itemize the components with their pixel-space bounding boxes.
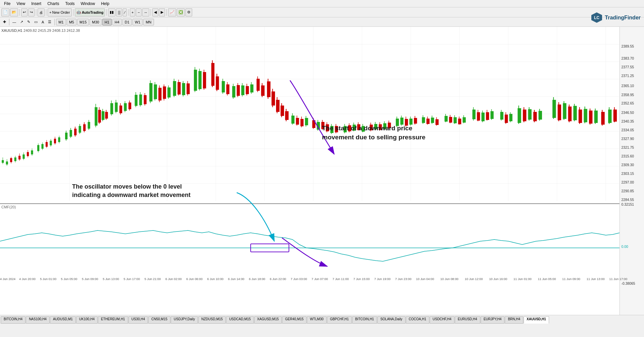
svg-rect-85 — [135, 95, 138, 106]
menu-view[interactable]: View — [14, 1, 28, 7]
svg-text:2352.65: 2352.65 — [622, 102, 634, 105]
tab-usdjpy-daily[interactable]: USDJPY,Daily — [171, 316, 198, 324]
tf-m15[interactable]: M15 — [77, 19, 89, 25]
tf-d1[interactable]: D1 — [122, 19, 132, 25]
draw-tool[interactable]: ✎ — [25, 18, 32, 26]
open-btn[interactable]: 📂 — [10, 8, 18, 16]
line-chart-btn[interactable]: ∕ — [123, 8, 127, 16]
svg-rect-255 — [589, 111, 592, 124]
tf-h4[interactable]: H4 — [112, 19, 122, 25]
tab-bitcoin-h1[interactable]: BITCOIN,H1 — [352, 316, 377, 324]
sep5 — [106, 9, 107, 16]
svg-rect-139 — [272, 91, 275, 106]
candle-btn[interactable]: ▒ — [116, 8, 122, 16]
svg-rect-81 — [124, 103, 126, 111]
svg-text:7 Jun 11:00: 7 Jun 11:00 — [332, 277, 349, 281]
svg-rect-259 — [601, 112, 604, 125]
fib-tool[interactable]: ☰ — [46, 18, 53, 26]
tab-uk100-h4[interactable]: UK100,H4 — [76, 316, 98, 324]
tab-xagusd-m15[interactable]: XAGUSD,M15 — [254, 316, 282, 324]
svg-text:2321.75: 2321.75 — [622, 146, 634, 149]
tab-ethereum-h1[interactable]: ETHEREUM,H1 — [98, 316, 128, 324]
print-btn[interactable]: 🖨 — [38, 8, 45, 16]
menu-insert[interactable]: Insert — [29, 1, 44, 7]
ray-tool[interactable]: ↗ — [18, 18, 25, 26]
redo-btn[interactable]: ↪ — [28, 8, 35, 16]
svg-rect-103 — [177, 82, 180, 94]
bar-chart-btn[interactable]: ▮▮ — [108, 8, 115, 16]
svg-rect-95 — [158, 88, 161, 100]
new-order-btn[interactable]: + New Order — [48, 8, 72, 16]
tab-nas100-h4[interactable]: NAS100,H4 — [26, 316, 50, 324]
tab-xauusd-h1[interactable]: XAUUSD,H1 — [524, 316, 549, 324]
tab-wtlm30[interactable]: WTLM30 — [307, 316, 327, 324]
tf-m5[interactable]: M5 — [67, 19, 76, 25]
menu-window[interactable]: Window — [78, 1, 98, 7]
tab-bitcoin-h4[interactable]: BITCOIN,H4 — [1, 316, 25, 324]
tab-usdcad-m15[interactable]: USDCAD,M15 — [226, 316, 254, 324]
tab-us30-h4[interactable]: US30,H4 — [128, 316, 148, 324]
rect-tool[interactable]: ▭ — [33, 18, 39, 26]
svg-text:4 Jun 20:00: 4 Jun 20:00 — [19, 277, 36, 281]
svg-rect-135 — [261, 85, 264, 96]
settings-btn[interactable]: ⚙ — [185, 8, 192, 16]
svg-text:6 Jun 06:00: 6 Jun 06:00 — [186, 277, 203, 281]
zoom-out-btn[interactable]: − — [136, 8, 141, 16]
scroll-right-btn[interactable]: ▶ — [159, 8, 165, 16]
svg-rect-67 — [95, 107, 97, 126]
svg-text:2290.85: 2290.85 — [622, 189, 634, 193]
tab-gbpchf-h1[interactable]: GBPCHF,H1 — [327, 316, 352, 324]
menu-help[interactable]: Help — [98, 1, 112, 7]
crosshair-tool[interactable]: ✚ — [1, 18, 8, 26]
tf-w1[interactable]: W1 — [132, 19, 143, 25]
indicator-btn[interactable]: 📈 — [168, 8, 176, 16]
svg-rect-253 — [584, 109, 587, 122]
svg-rect-137 — [267, 81, 270, 97]
svg-text:6 Jun 14:00: 6 Jun 14:00 — [228, 277, 245, 281]
tab-ger40-m15[interactable]: GER40,M15 — [282, 316, 307, 324]
crosshair-btn[interactable]: ❎ — [177, 8, 185, 16]
svg-text:2284.55: 2284.55 — [622, 198, 634, 202]
zoom-in-btn[interactable]: + — [130, 8, 135, 16]
scroll-left-btn[interactable]: ◀ — [152, 8, 158, 16]
svg-rect-151 — [301, 119, 304, 126]
svg-rect-123 — [232, 86, 235, 97]
undo-btn[interactable]: ↩ — [21, 8, 28, 16]
svg-rect-147 — [291, 116, 294, 124]
svg-rect-213 — [463, 117, 466, 123]
svg-rect-233 — [523, 110, 526, 121]
svg-text:11 Jun 17:00: 11 Jun 17:00 — [609, 277, 627, 281]
menu-tools[interactable]: Tools — [63, 1, 77, 7]
tf-m30[interactable]: M30 — [90, 19, 101, 25]
tf-mn[interactable]: MN — [143, 19, 154, 25]
svg-rect-223 — [490, 111, 493, 119]
menu-file[interactable]: File — [1, 1, 13, 7]
text-tool[interactable]: A — [40, 18, 46, 26]
new-chart-btn[interactable]: 📄 — [1, 8, 9, 16]
symbol-name: XAUUSD,H1 — [1, 28, 22, 32]
tab-usdchf-h4[interactable]: USDCHF,H4 — [430, 316, 454, 324]
tab-cocoa-h1[interactable]: COCOA,H1 — [406, 316, 429, 324]
svg-rect-205 — [444, 116, 447, 122]
svg-rect-65 — [88, 122, 90, 129]
line-tool[interactable]: — — [11, 18, 18, 26]
svg-rect-117 — [216, 76, 219, 90]
tf-m1[interactable]: M1 — [56, 19, 66, 25]
tab-cn50-m15[interactable]: CN50,M15 — [148, 316, 170, 324]
svg-text:7 Jun 03:00: 7 Jun 03:00 — [291, 277, 307, 281]
fit-btn[interactable]: ↔ — [142, 8, 149, 16]
tab-solana-daily[interactable]: SOLANA,Daily — [377, 316, 406, 324]
svg-rect-111 — [199, 71, 202, 89]
tab-eurjpy-h4[interactable]: EURJPY,H4 — [481, 316, 505, 324]
svg-text:7 Jun 15:00: 7 Jun 15:00 — [353, 277, 370, 281]
chart-area[interactable]: XAUUSD,H1 2409.82 2415.29 2408.13 2412.3… — [0, 27, 644, 315]
tf-h1[interactable]: H1 — [102, 19, 112, 25]
tab-brn-h4[interactable]: BRN,H4 — [505, 316, 523, 324]
tab-nzdusd-m15[interactable]: NZDUSD,M15 — [198, 316, 226, 324]
tab-audusd-m1[interactable]: AUDUSD,M1 — [50, 316, 76, 324]
menu-charts[interactable]: Charts — [45, 1, 62, 7]
tab-eurusd-h4[interactable]: EURUSD,H4 — [455, 316, 480, 324]
sep1 — [19, 9, 20, 16]
symbol-values: 2409.82 2415.29 2408.13 2412.38 — [23, 28, 80, 32]
auto-trading-btn[interactable]: 🤖 AutoTrading — [75, 8, 105, 16]
